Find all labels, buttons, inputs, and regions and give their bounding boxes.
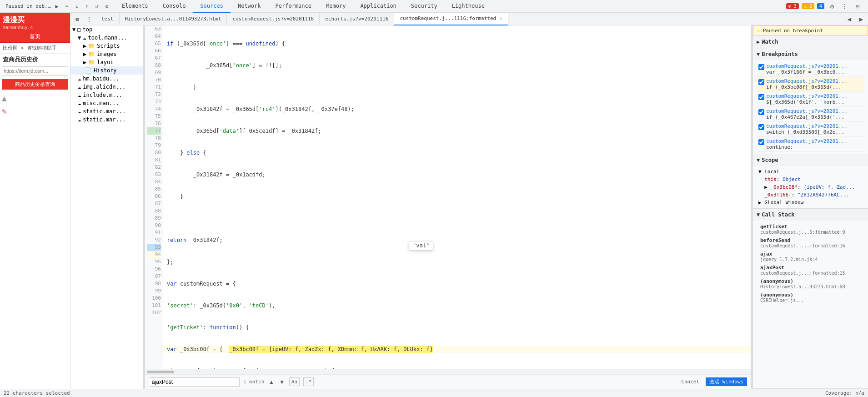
global-scope-header[interactable]: ▶ Global Window (757, 199, 864, 206)
file-tab-close-icon[interactable]: × (500, 16, 502, 21)
watch-header[interactable]: ▶ Watch (753, 36, 868, 48)
file-tab-custom-formatted[interactable]: customRequest.j...1116:formatted × (394, 13, 508, 25)
more-options-icon[interactable]: ⋮ (840, 1, 850, 11)
cs-item-getticket[interactable]: getTicket customRequest.j...6:formatted:… (757, 222, 864, 236)
ln-75: 75 (147, 113, 161, 120)
cloud-icon: ☁ (78, 108, 81, 115)
cs-item-beforesend[interactable]: beforeSend customRequest.j...:formatted:… (757, 236, 864, 250)
search-next-button[interactable]: ▼ (279, 378, 286, 386)
secondary-toolbar: ≡ ⋮ test HistoryLowest.a...011493273.htm… (70, 13, 868, 25)
error-badge[interactable]: ⊘ 3 (786, 3, 799, 9)
tree-item-top[interactable]: ▼ □ top (70, 25, 143, 34)
tab-console[interactable]: Console (156, 0, 193, 13)
tree-item-tool[interactable]: ▼ ☁ tool.mann... (70, 34, 143, 42)
warn-badge[interactable]: ⚠ 2 (802, 3, 814, 9)
tree-item-history[interactable]: 📄 History (70, 66, 143, 75)
file-tab-test[interactable]: test (96, 13, 120, 25)
tree-item-alicdn[interactable]: ☁ img.alicdn... (70, 83, 143, 91)
file-tab-test-label: test (101, 16, 114, 22)
settings-icon[interactable]: ⚙ (827, 1, 837, 11)
code-content[interactable]: if (_0x365d['once'] === undefined) { _0x… (163, 25, 751, 369)
sidebar-toggle-button[interactable]: ≡ (72, 14, 82, 24)
site-search-input[interactable] (2, 66, 68, 75)
cs-loc-anon1: HistoryLowest.a...93273.html:68 (760, 284, 861, 289)
bp-checkbox-4[interactable] (758, 109, 764, 115)
tab-application[interactable]: Application (353, 0, 403, 13)
cs-item-ajaxpost[interactable]: ajaxPost customRequest.j...:formatted:15 (757, 263, 864, 277)
site-nav-home[interactable]: 首页 (0, 31, 70, 43)
resume-button[interactable]: ▶ (53, 2, 61, 10)
tab-network[interactable]: Network (231, 0, 268, 13)
tree-item-images[interactable]: ▶ 📁 images (70, 50, 143, 58)
search-cancel-button[interactable]: Cancel (678, 378, 702, 386)
breakpoints-expand-icon: ▼ (757, 51, 760, 57)
bp-checkbox-1[interactable] (758, 64, 764, 70)
info-badge[interactable]: 4 (817, 3, 824, 9)
regex-button[interactable]: .* (303, 377, 314, 386)
scope-header[interactable]: ▼ Scope (753, 154, 868, 166)
tab-sources[interactable]: Sources (193, 0, 231, 13)
navigate-forward-button[interactable]: ▶ (856, 14, 866, 24)
site-search-button[interactable]: 商品历史价格查询 (2, 79, 68, 90)
cs-item-anon2[interactable]: (anonymous) CSREHelper.js... (757, 291, 864, 304)
tree-item-layui[interactable]: ▶ 📁 layui (70, 58, 143, 66)
scope-val-3f166f: "2812A942776AC... (798, 192, 849, 198)
scrollbar-thumb[interactable] (147, 371, 174, 373)
file-tab-custom-request[interactable]: customRequest.js?v=20201116 (227, 13, 320, 25)
tree-item-scripts[interactable]: ▶ 📁 Scripts (70, 42, 143, 50)
tab-elements[interactable]: Elements (115, 0, 156, 13)
cs-item-anon1[interactable]: (anonymous) HistoryLowest.a...93273.html… (757, 277, 864, 291)
navigate-back-button[interactable]: ◀ (844, 14, 854, 24)
value-tooltip: "val" (409, 241, 433, 250)
breakpoints-header[interactable]: ▼ Breakpoints (753, 48, 868, 60)
cs-func-getticket: getTicket (760, 224, 861, 230)
bp-checkbox-3[interactable] (758, 94, 764, 100)
step-into-button[interactable]: ↓ (73, 2, 81, 10)
tab-security[interactable]: Security (404, 0, 445, 13)
tab-lighthouse[interactable]: Lighthouse (445, 0, 492, 13)
ln-84: 84 (147, 178, 161, 186)
tree-item-static2[interactable]: ☁ static.mar... (70, 116, 143, 124)
horizontal-scrollbar[interactable] (145, 369, 751, 374)
tree-item-misc[interactable]: ☁ misc.man... (70, 99, 143, 107)
more-sources-icon[interactable]: ⋮ (84, 14, 94, 24)
step-out-button[interactable]: ↑ (83, 2, 91, 10)
bp-checkbox-2[interactable] (758, 79, 764, 85)
scope-key-this: this (764, 176, 777, 182)
ln-88: 88 (147, 207, 161, 215)
bp-checkbox-5[interactable] (758, 124, 764, 130)
edit-icon[interactable]: ✎ (2, 106, 7, 116)
scroll-up-button[interactable]: ▲ (2, 93, 7, 103)
bp-detail-6: customRequest.js?v=20201... continue; (766, 138, 848, 150)
ln-97: 97 (147, 273, 161, 280)
tree-item-include[interactable]: ☁ include.m... (70, 91, 143, 99)
cs-item-ajax[interactable]: ajax jquery-1.7.2.min.js:4 (757, 250, 864, 263)
dock-icon[interactable]: ⊡ (853, 1, 863, 11)
code-line-73: }; (163, 258, 751, 266)
scope-item-this: this: Object (757, 176, 864, 183)
ln-69: 69 (147, 69, 161, 76)
file-tab-history[interactable]: HistoryLowest.a...011493273.html (120, 13, 227, 25)
step-back-button[interactable]: ↺ (93, 2, 101, 10)
code-area[interactable]: 63 64 65 66 67 68 69 70 71 72 73 74 75 7… (145, 25, 751, 369)
scope-item-bc08f[interactable]: ▶ _0x3bc08f: {ipeUV: f, Zad... (757, 183, 864, 191)
step-over-button[interactable]: ↷ (63, 2, 71, 10)
ln-89: 89 (147, 215, 161, 222)
file-tab-echarts[interactable]: echarts.js?v=20201116 (320, 13, 394, 25)
global-expand-icon: ▶ (758, 200, 762, 206)
deactivate-button[interactable]: ⊘ (103, 2, 111, 10)
bp-code-2: if (_0x3bc08f[_0x365d(... (766, 84, 848, 90)
tree-item-static1[interactable]: ☁ static.mar... (70, 107, 143, 116)
search-input[interactable] (149, 377, 240, 387)
ln-82: 82 (147, 164, 161, 171)
tree-item-baidu[interactable]: ☁ hm.baidu... (70, 75, 143, 83)
tab-performance[interactable]: Performance (268, 0, 319, 13)
callstack-section: ▼ Call Stack getTicket customRequest.j..… (753, 209, 868, 389)
search-prev-button[interactable]: ▲ (268, 378, 275, 386)
tab-memory[interactable]: Memory (319, 0, 353, 13)
bp-file-3: customRequest.js?v=20201... (766, 93, 848, 99)
case-sensitive-button[interactable]: Aa (289, 377, 300, 386)
local-scope-header[interactable]: ▼ Local (757, 168, 864, 176)
bp-checkbox-6[interactable] (758, 139, 764, 145)
callstack-header[interactable]: ▼ Call Stack (753, 209, 868, 221)
